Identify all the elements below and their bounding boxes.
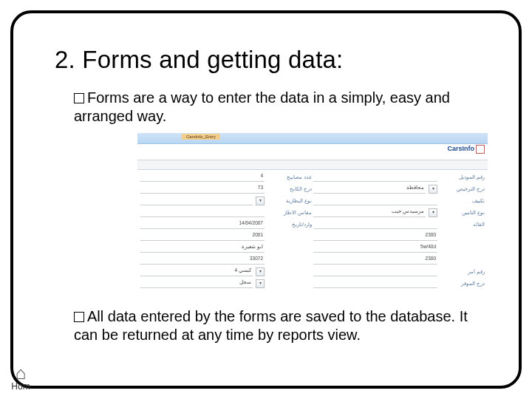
field-input[interactable]: 33072	[140, 256, 265, 265]
field-input[interactable]: 4	[140, 173, 265, 182]
field-label: درج الموفر	[440, 281, 485, 287]
chevron-down-icon[interactable]: ▾	[429, 185, 437, 194]
field-input[interactable]	[313, 173, 437, 182]
field-input[interactable]: ابو شعيرة	[140, 244, 265, 253]
form-titlebar: CarsInfo_Entry	[137, 133, 488, 144]
form-col-right: رقم الموديل درج الترخيص▾محافظة تكييف نوع…	[313, 171, 485, 287]
field-input[interactable]: 2001	[140, 232, 265, 241]
field-input[interactable]	[140, 208, 265, 217]
form-row: تكييف	[313, 195, 485, 207]
form-row: القائد	[313, 219, 485, 231]
chevron-down-icon[interactable]: ▾	[256, 197, 265, 205]
bullet-1-text: Forms are a way to enter the data in a s…	[74, 89, 450, 124]
chevron-down-icon[interactable]: ▾	[429, 208, 437, 217]
bullet-2-text: All data entered by the forms are saved …	[74, 308, 468, 343]
form-row: رقم الموديل	[313, 171, 485, 183]
field-input[interactable]	[140, 197, 253, 205]
form-row: رقم أمر	[313, 266, 485, 278]
field-label: مقاس الاطار	[267, 210, 312, 216]
field-label: رقم أمر	[440, 269, 485, 275]
form-tab: CarsInfo_Entry	[182, 134, 220, 140]
bullet-2: All data entered by the forms are saved …	[74, 307, 480, 344]
form-logo: CarsInfo	[445, 145, 485, 155]
form-row: درج الترخيص▾محافظة	[313, 183, 485, 195]
field-input[interactable]: 4 كبسي	[140, 267, 253, 276]
field-input[interactable]: 5w/40d	[313, 244, 437, 253]
field-label: القائد	[440, 222, 485, 228]
form-row: ابو شعيرة	[140, 242, 312, 254]
form-row: 2300	[313, 231, 485, 242]
field-input[interactable]: 73	[140, 185, 265, 194]
form-screenshot: CarsInfo_Entry CarsInfo عدد مصابيح4 درج …	[137, 133, 488, 288]
form-row: 2300	[313, 254, 485, 266]
field-label: درج الكابح	[267, 186, 312, 192]
slide-title: 2. Forms and getting data:	[55, 46, 343, 74]
field-input[interactable]: محافظة	[313, 185, 426, 194]
field-input[interactable]: سجل	[140, 279, 253, 288]
form-header-strip	[137, 160, 488, 170]
field-input[interactable]	[313, 197, 437, 205]
field-input[interactable]: 2300	[313, 256, 437, 265]
form-row: مقاس الاطار	[140, 207, 312, 219]
form-logo-text: CarsInfo	[447, 145, 474, 152]
form-row: نوع البطارية▾	[140, 195, 312, 207]
field-input[interactable]: 14/04/2007	[140, 220, 265, 229]
field-input[interactable]: مرسيدس جيب	[313, 208, 426, 217]
field-input[interactable]: 2300	[313, 232, 437, 241]
field-label: عدد مصابيح	[267, 174, 312, 180]
field-input[interactable]	[313, 267, 437, 276]
form-row: وارد/تاريخ14/04/2007	[140, 219, 312, 231]
field-label: رقم الموديل	[440, 174, 485, 180]
bullet-1: Forms are a way to enter the data in a s…	[74, 89, 480, 126]
form-row: ▾4 كبسي	[140, 266, 312, 278]
checkbox-icon	[74, 312, 84, 322]
slide: 2. Forms and getting data: Forms are a w…	[0, 0, 532, 399]
field-label: درج الترخيص	[440, 186, 485, 192]
form-row: 33072	[140, 254, 312, 266]
form-row: عدد مصابيح4	[140, 171, 312, 183]
form-logo-icon	[476, 145, 485, 154]
field-input[interactable]	[313, 220, 437, 229]
form-row: درج الكابح73	[140, 183, 312, 195]
field-label: تكييف	[440, 198, 485, 204]
home-label: Hom	[4, 381, 37, 392]
field-label: نوع البطارية	[267, 198, 312, 204]
form-row: نوع التأمين▾مرسيدس جيب	[313, 207, 485, 219]
form-row: درج الموفر	[313, 278, 485, 290]
checkbox-icon	[74, 93, 84, 103]
field-label: نوع التأمين	[440, 210, 485, 216]
form-row: ▾سجل	[140, 278, 312, 290]
chevron-down-icon[interactable]: ▾	[256, 279, 265, 288]
form-row: 5w/40d	[313, 242, 485, 254]
field-input[interactable]	[313, 279, 437, 288]
form-col-left: عدد مصابيح4 درج الكابح73 نوع البطارية▾ م…	[140, 171, 312, 287]
home-icon: ⌂	[4, 365, 37, 381]
chevron-down-icon[interactable]: ▾	[256, 267, 265, 276]
form-columns: عدد مصابيح4 درج الكابح73 نوع البطارية▾ م…	[140, 171, 485, 287]
home-link[interactable]: ⌂ Hom	[4, 365, 37, 392]
form-row: 2001	[140, 231, 312, 242]
field-label: وارد/تاريخ	[267, 222, 312, 228]
